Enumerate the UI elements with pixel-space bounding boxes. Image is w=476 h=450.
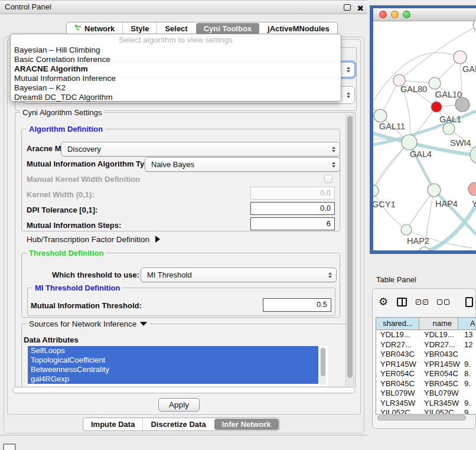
- node-swi4-big[interactable]: [470, 146, 476, 164]
- table-row[interactable]: YIL052CYIL052C9: [376, 408, 476, 414]
- network-window-titlebar[interactable]: [373, 8, 476, 21]
- mi-threshold-field[interactable]: 0.5: [263, 298, 331, 312]
- node-gcy1[interactable]: [373, 185, 379, 197]
- zoom-traffic-light-icon[interactable]: [403, 11, 410, 18]
- table-row[interactable]: YBR043CYBR043C: [376, 350, 476, 360]
- sources-label[interactable]: Sources for Network Inference: [27, 319, 149, 328]
- table-cell: 13: [461, 330, 476, 340]
- column-header[interactable]: A: [458, 318, 476, 330]
- gear-icon[interactable]: ⚙: [379, 296, 388, 308]
- kernel-width-field[interactable]: 0.0: [250, 187, 335, 200]
- network-edge: [373, 142, 409, 191]
- tab-style[interactable]: Style: [122, 22, 157, 35]
- bottom-tabs: Impute DataDiscretize DataInfer Network: [83, 418, 280, 431]
- settings-horizontal-scrollbar[interactable]: [12, 386, 357, 394]
- node-bottom-partial[interactable]: [419, 247, 430, 250]
- table-horizontal-scrollbar[interactable]: [376, 415, 474, 421]
- node-red[interactable]: [431, 102, 442, 112]
- mi-steps-field[interactable]: 6: [250, 217, 335, 230]
- tab-select[interactable]: Select: [157, 22, 195, 35]
- attributes-scrollbar-thumb[interactable]: [321, 348, 325, 376]
- settings-vertical-scrollbar[interactable]: [345, 114, 354, 392]
- tab-infer-network[interactable]: Infer Network: [214, 419, 279, 430]
- mi-type-combobox[interactable]: Naive Bayes: [145, 157, 340, 172]
- stepper-icon: [332, 162, 335, 168]
- mi-type-label: Mutual Information Algorithm Type:: [27, 159, 156, 168]
- node-hap4[interactable]: [428, 184, 441, 197]
- kernel-width-label: Kernel Width (0,1):: [27, 190, 94, 199]
- popup-item[interactable]: ARACNE Algorithm: [11, 64, 341, 74]
- which-threshold-combobox[interactable]: MI Threshold: [141, 268, 337, 282]
- tab-impute-data[interactable]: Impute Data: [83, 418, 142, 431]
- network-canvas[interactable]: GALGAL80GAL10GAL1GAL11SWI4GAL4GCY1HAP4YH…: [373, 21, 476, 250]
- node-salmon[interactable]: [468, 182, 476, 195]
- table-cell: 9.: [461, 399, 476, 409]
- popup-item[interactable]: Basic Correlation Inference: [11, 55, 341, 64]
- attribute-list-item[interactable]: TopologicalCoefficient: [28, 356, 318, 365]
- table-rows: YDL19...YDL19...13YDR27...YDR27...12YBR0…: [376, 330, 476, 414]
- table-row[interactable]: YPR145WYPR145W9.: [376, 360, 476, 370]
- table-row[interactable]: YLR345WYLR345W9.: [376, 399, 476, 409]
- network-graph[interactable]: GALGAL80GAL10GAL1GAL11SWI4GAL4GCY1HAP4YH…: [373, 21, 476, 250]
- tab-network[interactable]: Network: [67, 22, 122, 35]
- corner-button[interactable]: [3, 444, 16, 450]
- settings-vertical-scrollbar-thumb[interactable]: [347, 116, 353, 378]
- table-cell: YER054C: [376, 369, 420, 379]
- close-icon[interactable]: ✖: [357, 2, 364, 15]
- which-threshold-label: Which threshold to use:: [52, 270, 139, 279]
- aracne-mode-combobox[interactable]: Discovery: [61, 142, 340, 156]
- column-header[interactable]: name: [419, 318, 458, 330]
- tab-discretize-data[interactable]: Discretize Data: [142, 418, 213, 431]
- table-row[interactable]: YDL19...YDL19...13: [376, 330, 476, 340]
- manual-kernel-checkbox[interactable]: [324, 175, 332, 183]
- node-table: shared...nameA YDL19...YDL19...13YDR27..…: [376, 317, 476, 415]
- clear-checks-icon[interactable]: [437, 299, 449, 305]
- tab-jactivemnodules[interactable]: jActiveMNodules: [260, 22, 337, 35]
- table-cell: YER054C: [420, 369, 461, 379]
- column-header[interactable]: shared...: [376, 318, 419, 330]
- attribute-list-item[interactable]: BetweennessCentrality: [28, 365, 318, 374]
- float-window-icon[interactable]: [344, 4, 351, 11]
- table-cell: YLR345W: [376, 399, 420, 409]
- table-row[interactable]: YDR27...YDR27...12: [376, 340, 476, 350]
- table-horizontal-scrollbar-thumb[interactable]: [377, 415, 466, 420]
- new-column-icon[interactable]: [465, 297, 473, 307]
- node-pink-top[interactable]: [454, 51, 467, 64]
- popup-item[interactable]: Dream8 DC_TDC Algorithm: [11, 93, 341, 102]
- tab-label: Impute Data: [91, 418, 135, 431]
- popup-item[interactable]: Mutual Information Inference: [11, 74, 341, 83]
- hub-definition-expander[interactable]: Hub/Transcription Factor Definition: [27, 235, 160, 244]
- table-row[interactable]: YBL079WYBL079W: [376, 389, 476, 399]
- popup-item[interactable]: Bayesian – K2: [11, 83, 341, 93]
- table-cell: [461, 389, 476, 399]
- attributes-scrollbar[interactable]: [319, 347, 326, 385]
- settings-horizontal-scrollbar-thumb[interactable]: [12, 387, 355, 393]
- minimize-traffic-light-icon[interactable]: [391, 11, 399, 18]
- dpi-tolerance-label: DPI Tolerance [0,1]:: [27, 206, 97, 214]
- node-gray[interactable]: [455, 97, 470, 112]
- table-cell: YPR145W: [420, 360, 461, 370]
- node-green-mid[interactable]: [443, 123, 455, 135]
- close-traffic-light-icon[interactable]: [379, 11, 387, 18]
- tab-cyni-toolbox[interactable]: Cyni Toolbox: [196, 23, 259, 34]
- node-gal10[interactable]: [429, 77, 441, 89]
- dpi-tolerance-field[interactable]: 0.0: [250, 202, 335, 215]
- table-cell: YBL079W: [376, 389, 420, 399]
- node-gal11[interactable]: [374, 109, 387, 122]
- select-checks-icon[interactable]: ✓✓: [416, 299, 428, 305]
- node-gal4[interactable]: [402, 135, 417, 150]
- table-row[interactable]: YER054CYER054C8.: [376, 369, 476, 379]
- attribute-list-item[interactable]: SelfLoops: [28, 346, 318, 356]
- table-row[interactable]: YBR045CYBR045C9.: [376, 379, 476, 389]
- popup-item[interactable]: Bayesian – Hill Climbing: [11, 45, 341, 55]
- split-columns-icon[interactable]: [397, 298, 407, 306]
- control-panel-titlebar: Control Panel ✖: [0, 0, 367, 14]
- data-attributes-list[interactable]: SelfLoopsTopologicalCoefficientBetweenne…: [28, 346, 328, 387]
- apply-button[interactable]: Apply: [158, 398, 200, 412]
- disclosure-right-icon: [155, 236, 160, 243]
- attribute-list-item[interactable]: gal4RGexp: [28, 374, 318, 384]
- node-top-partial[interactable]: [473, 21, 476, 31]
- tab-label: Cyni Toolbox: [204, 23, 252, 34]
- stepper-icon: [347, 92, 350, 98]
- node-hap2[interactable]: [401, 224, 412, 235]
